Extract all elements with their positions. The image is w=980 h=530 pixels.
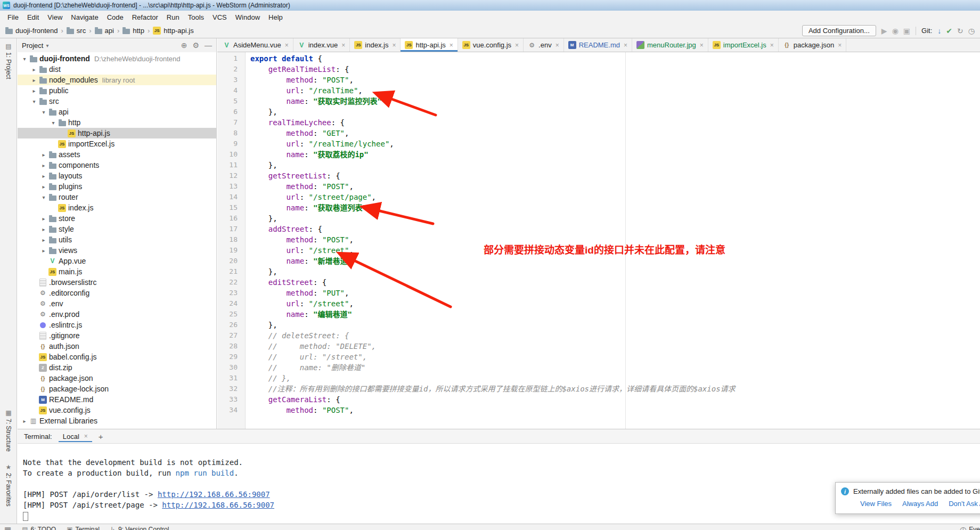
code-line[interactable]: 1export default { [217,53,980,64]
menu-window[interactable]: Window [231,12,264,23]
notification-action-always-add[interactable]: Always Add [902,500,938,508]
tree-item-package-json[interactable]: {}package.json [18,373,216,384]
chevron-collapsed-icon[interactable]: ▸ [40,184,47,190]
chevron-expanded-icon[interactable]: ▾ [21,56,28,62]
close-icon[interactable]: × [624,42,627,49]
tree-item-env-prod[interactable]: ⚙.env.prod [18,309,216,320]
tree-item-layouts[interactable]: ▸layouts [18,170,216,181]
menu-help[interactable]: Help [264,12,287,23]
code-line[interactable]: 7 realTimeLychee: { [217,117,980,128]
editor-tab-package-json[interactable]: {}package.json× [779,38,847,52]
terminal-tab-local[interactable]: Local × [59,431,92,442]
code-line[interactable]: 9 url: "/realTime/lychee", [217,138,980,149]
chevron-collapsed-icon[interactable]: ▸ [40,237,47,243]
menu-vcs[interactable]: VCS [208,12,231,23]
code-line[interactable]: 31 // }, [217,373,980,384]
notification-action-view-files[interactable]: View Files [860,500,892,508]
tree-item-store[interactable]: ▸store [18,213,216,224]
settings-icon[interactable]: ⚙ [192,42,199,49]
editor-tab-index-js[interactable]: JSindex.js× [350,38,401,52]
project-view-selector[interactable]: Project ▾ [22,42,49,50]
code-line[interactable]: 22 editStreet: { [217,277,980,288]
code-line[interactable]: 34 method: "POST", [217,405,980,415]
terminal-link[interactable]: http://192.168.66.56:9007 [162,501,274,509]
tree-item-src[interactable]: ▾src [18,96,216,107]
tree-item-public[interactable]: ▸public [18,85,216,96]
locate-icon[interactable]: ⊕ [181,42,187,49]
chevron-expanded-icon[interactable]: ▾ [50,120,57,126]
coverage-icon[interactable]: ▣ [903,27,910,35]
tree-item-dist[interactable]: ▸dist [18,64,216,75]
chevron-expanded-icon[interactable]: ▾ [40,109,47,115]
editor-tab-asidemenu-vue[interactable]: VAsideMenu.vue× [218,38,293,52]
menu-tools[interactable]: Tools [184,12,208,23]
tree-item-assets[interactable]: ▸assets [18,149,216,160]
code-line[interactable]: 32 //注释：所有用到删除的接口都需要拼接变量id，所以请求方式采用了挂载在原… [217,384,980,394]
code-line[interactable]: 5 name: "获取实时监控列表" [217,96,980,107]
code-line[interactable]: 6 }, [217,107,980,117]
tree-item-readme-md[interactable]: MREADME.md [18,394,216,405]
tree-item-vue-config-js[interactable]: JSvue.config.js [18,405,216,415]
menu-file[interactable]: File [3,12,23,23]
tree-item-importexcel-js[interactable]: JSimportExcel.js [18,138,216,149]
tree-item-dist-zip[interactable]: Zdist.zip [18,362,216,373]
code-line[interactable]: 2 getRealTimeList: { [217,64,980,75]
tree-item-auth-json[interactable]: {}auth.json [18,341,216,352]
status-event-log[interactable]: ◷ Event Log [960,526,980,530]
close-icon[interactable]: × [515,42,519,49]
chevron-expanded-icon[interactable]: ▾ [30,99,38,104]
chevron-collapsed-icon[interactable]: ▸ [40,226,47,232]
notification-action-don-t-ask-again[interactable]: Don't Ask Again [949,500,980,508]
tree-item-duoji-frontend[interactable]: ▾duoji-frontendD:\zheheWeb\duoji-fronten… [18,53,216,64]
code-line[interactable]: 33 getCameraList: { [217,394,980,405]
code-editor[interactable]: 1export default {2 getRealTimeList: {3 m… [217,52,980,429]
status-item-9-version-control[interactable]: ↳9: Version Control [110,526,169,530]
code-line[interactable]: 4 url: "/realTime", [217,85,980,96]
tool-button-project[interactable]: ▤ 1: Project [0,43,17,79]
switcher-icon[interactable]: ▦ [4,526,11,530]
breadcrumb-item-api[interactable]: api [93,26,116,36]
tree-item-eslintrc-js[interactable]: .eslintrc.js [18,320,216,330]
chevron-collapsed-icon[interactable]: ▸ [30,77,38,83]
editor-tab-vue-config-js[interactable]: JSvue.config.js× [458,38,524,52]
close-icon[interactable]: × [770,42,774,49]
chevron-collapsed-icon[interactable]: ▸ [40,248,47,254]
chevron-collapsed-icon[interactable]: ▸ [21,418,28,424]
menu-run[interactable]: Run [162,12,184,23]
close-icon[interactable]: × [392,42,396,49]
code-line[interactable]: 29 // url: "/street", [217,352,980,362]
menu-view[interactable]: View [43,12,67,23]
chevron-collapsed-icon[interactable]: ▸ [40,216,47,222]
code-line[interactable]: 25 name: "编辑巷道" [217,309,980,320]
code-line[interactable]: 21 }, [217,266,980,277]
git-commit-icon[interactable]: ✔ [946,27,952,35]
tree-item-gitignore[interactable]: .gitignore [18,330,216,341]
code-line[interactable]: 11 }, [217,160,980,170]
tree-item-editorconfig[interactable]: ⚙.editorconfig [18,288,216,298]
editor-tab-importexcel-js[interactable]: JSimportExcel.js× [708,38,779,52]
code-line[interactable]: 28 // method: "DELETE", [217,341,980,352]
tree-item-views[interactable]: ▸views [18,245,216,256]
tree-item-plugins[interactable]: ▸plugins [18,181,216,192]
code-line[interactable]: 27 // deleteStreet: { [217,330,980,341]
close-icon[interactable]: × [700,42,704,49]
menu-code[interactable]: Code [103,12,128,23]
hide-icon[interactable]: — [205,42,212,49]
code-line[interactable]: 10 name: "获取荔枝的ip" [217,149,980,160]
tree-item-browserslistrc[interactable]: .browserslistrc [18,277,216,288]
tool-button-structure[interactable]: ▦ 7: Structure [0,409,17,452]
git-update-icon[interactable]: ↓ [937,27,941,35]
tree-item-http[interactable]: ▾http [18,117,216,128]
breadcrumb-item-src[interactable]: src [64,26,88,36]
terminal-link[interactable]: http://192.168.66.56:9007 [158,490,270,499]
add-configuration-button[interactable]: Add Configuration... [802,25,876,36]
tool-button-favorites[interactable]: ★ 2: Favorites [0,463,17,507]
tree-item-external-libraries[interactable]: ▸▥External Libraries [18,415,216,426]
code-line[interactable]: 12 getStreetList: { [217,170,980,181]
tree-item-env[interactable]: ⚙.env [18,298,216,309]
breadcrumb-item-duoji-frontend[interactable]: duoji-frontend [3,26,60,36]
chevron-collapsed-icon[interactable]: ▸ [30,88,38,94]
tree-item-components[interactable]: ▸components [18,160,216,170]
tree-item-app-vue[interactable]: VApp.vue [18,256,216,266]
menu-edit[interactable]: Edit [23,12,43,23]
